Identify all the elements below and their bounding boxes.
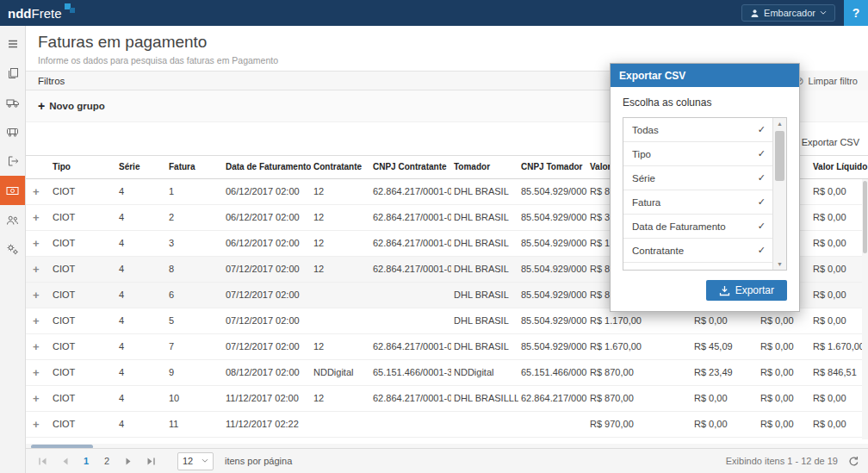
expand-row-icon[interactable]: +: [28, 289, 40, 302]
scroll-up-icon[interactable]: ▲: [773, 121, 786, 127]
first-page-button[interactable]: [33, 451, 52, 470]
van-icon: [6, 126, 19, 138]
cell-tipo: CIOT: [50, 385, 116, 411]
sidebar-item-fleet[interactable]: [0, 117, 25, 146]
dialog-list-scrollbar[interactable]: ▲ ▼: [772, 118, 786, 270]
column-header-valor-liquido[interactable]: Valor Líquido: [810, 156, 868, 178]
column-header-cnpj-contratante[interactable]: CNPJ Contratante: [370, 156, 451, 178]
cell-valor-liquido: R$ 1.670,00: [810, 333, 868, 359]
cell-tomador: DHL BRASIL: [451, 256, 518, 282]
page-number-1[interactable]: 1: [78, 452, 95, 470]
export-csv-label: Exportar CSV: [802, 137, 859, 147]
vertical-scrollbar-thumb[interactable]: [863, 181, 867, 253]
expand-row-icon[interactable]: +: [28, 392, 40, 405]
expand-row-icon[interactable]: +: [28, 418, 40, 431]
expand-row-icon[interactable]: +: [28, 366, 40, 379]
column-header-tipo[interactable]: Tipo: [50, 156, 116, 178]
expand-row-icon[interactable]: +: [28, 185, 40, 198]
dialog-header: Exportar CSV: [611, 64, 799, 87]
column-header-cnpj-tomador[interactable]: CNPJ Tomador: [518, 156, 587, 178]
column-option[interactable]: Contratante ✓: [623, 239, 772, 263]
page-number-2[interactable]: 2: [98, 452, 115, 470]
previous-page-button[interactable]: [55, 451, 74, 470]
cell-cnpj-tomador: 85.504.929/0001-00: [518, 308, 587, 333]
export-button[interactable]: Exportar: [706, 280, 787, 301]
column-option-label: Tipo: [632, 149, 651, 159]
cell-valor-liquido: R$ 0,00: [810, 385, 868, 411]
user-menu-label: Embarcador: [764, 8, 815, 18]
cell-fatura: 11: [166, 411, 223, 437]
last-page-button[interactable]: [141, 451, 160, 470]
cell-data-faturamento: 07/12/2017 02:00: [223, 282, 311, 308]
cell-cnpj-contratante: 62.864.217/0001-05: [370, 204, 451, 230]
cell-valor-liquido: R$ 0,00: [810, 204, 868, 230]
cell-contratante: [311, 282, 370, 308]
cell-contratante: 12: [311, 230, 370, 256]
table-row[interactable]: + CIOT 4 7 07/12/2017 02:00 12 62.864.21…: [26, 333, 868, 359]
table-row[interactable]: + CIOT 4 10 11/12/2017 02:00 12 62.864.2…: [26, 385, 868, 411]
expand-row-icon[interactable]: +: [28, 340, 40, 353]
expand-row-icon[interactable]: +: [28, 263, 40, 276]
cell-contratante: 12: [311, 333, 370, 359]
cell-fatura: 2: [166, 204, 223, 230]
cell-valor-total: R$ 870,00: [587, 359, 691, 385]
cell-valor-total: R$ 970,00: [587, 411, 691, 437]
new-group-button[interactable]: + Novo grupo: [38, 100, 105, 112]
dialog-scrollbar-thumb[interactable]: [775, 131, 784, 181]
cell-contratante: 12: [311, 178, 370, 204]
payment-icon: [6, 185, 19, 196]
next-page-button[interactable]: [119, 451, 138, 470]
column-option[interactable]: Data de Faturamento ✓: [623, 215, 772, 239]
sidebar: [0, 26, 26, 473]
cell-fatura: 8: [166, 256, 223, 282]
column-option[interactable]: Tipo ✓: [623, 142, 772, 166]
refresh-button[interactable]: [848, 456, 859, 467]
cell-tipo: CIOT: [50, 308, 116, 333]
column-option[interactable]: Fatura ✓: [623, 190, 772, 215]
column-option-label: Data de Faturamento: [632, 221, 726, 232]
column-header-serie[interactable]: Série: [116, 156, 166, 178]
column-header-data-faturamento[interactable]: Data de Faturamento ↑: [223, 156, 311, 178]
documents-icon: [7, 67, 19, 79]
table-row[interactable]: + CIOT 4 9 08/12/2017 02:00 NDDigital 65…: [26, 359, 868, 385]
column-option[interactable]: CNPJ Contratante ✓: [623, 263, 772, 271]
sidebar-item-truck[interactable]: [0, 88, 25, 117]
scroll-down-icon[interactable]: ▼: [773, 261, 786, 267]
sidebar-item-exit[interactable]: [0, 146, 25, 176]
cell-cnpj-contratante: 65.151.466/0001-33: [370, 359, 451, 385]
column-option[interactable]: Todas ✓: [623, 118, 772, 142]
cell-cnpj-tomador: 85.504.929/0001-00: [518, 204, 587, 230]
sidebar-item-users[interactable]: [0, 205, 25, 234]
help-button[interactable]: ?: [844, 0, 868, 26]
column-option[interactable]: Série ✓: [623, 166, 772, 190]
cell-contratante: [311, 308, 370, 333]
vertical-scrollbar[interactable]: [862, 179, 868, 439]
cell-tipo: CIOT: [50, 256, 116, 282]
cell-cnpj-contratante: 62.864.217/0001-05: [370, 333, 451, 359]
user-menu-button[interactable]: Embarcador: [741, 4, 835, 22]
column-header-contratante[interactable]: Contratante: [311, 156, 370, 178]
column-header-fatura[interactable]: Fatura: [166, 156, 223, 178]
cell-hidden-col: R$ 45,09: [691, 333, 758, 359]
expand-row-icon[interactable]: +: [28, 314, 40, 327]
column-header-tomador[interactable]: Tomador: [451, 156, 518, 178]
download-icon: [719, 285, 730, 296]
table-row[interactable]: + CIOT 4 11 11/12/2017 02:22 R$ 970,00 R…: [26, 411, 868, 437]
logo-suffix: Frete: [32, 6, 62, 21]
sidebar-item-payments[interactable]: [0, 176, 25, 205]
cell-valor-liquido: R$ 0,00: [810, 256, 868, 282]
sidebar-item-settings[interactable]: [0, 234, 25, 264]
cell-cnpj-tomador: 85.504.929/0001-00: [518, 178, 587, 204]
cell-data-faturamento: 11/12/2017 02:22: [223, 411, 311, 437]
cell-fatura: 10: [166, 385, 223, 411]
column-option-label: Série: [632, 173, 655, 184]
page-size-dropdown[interactable]: 12: [177, 452, 214, 470]
expand-row-icon[interactable]: +: [28, 211, 40, 224]
cell-data-faturamento: 06/12/2017 02:00: [223, 230, 311, 256]
sidebar-item-documents[interactable]: [0, 59, 25, 88]
sidebar-item-menu[interactable]: [0, 29, 25, 59]
expand-row-icon[interactable]: +: [28, 237, 40, 250]
column-options: Todas ✓ Tipo ✓ Série ✓ Fatura ✓: [623, 118, 772, 271]
logo-mark-icon: [70, 8, 75, 13]
cell-fatura: 3: [166, 230, 223, 256]
